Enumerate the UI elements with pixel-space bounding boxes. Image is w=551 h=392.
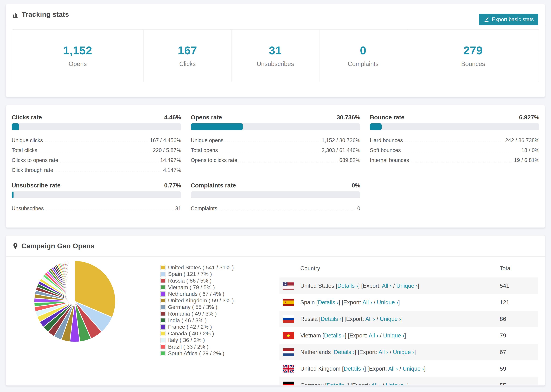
divider [6,25,545,25]
complaints-progress-bar [191,191,360,198]
export-all-link[interactable]: All › [369,332,378,339]
details-link[interactable]: Details › [327,382,347,386]
legend-color-swatch [161,278,165,283]
dotted-leader [45,142,148,142]
export-basic-stats-button[interactable]: Export basic stats [479,14,538,25]
stat-box-opens: 1,152Opens [12,30,144,82]
export-all-link[interactable]: All › [382,283,392,289]
dotted-leader [55,172,161,172]
stat-label: Bounces [461,60,485,68]
legend-label: Brazil ( 33 / 2% ) [168,343,209,350]
geo-table-row-us: United States [Details ›] [Export: All ›… [279,277,538,294]
rate-row: Clicks to opens rate14.497% [12,155,181,165]
export-all-link[interactable]: All › [379,349,388,355]
legend-color-swatch [161,265,165,270]
rate-row: Unique clicks167 / 4.456% [12,135,181,145]
export-unique-link[interactable]: Unique › [386,382,407,386]
legend-item: Germany ( 55 / 3% ) [161,304,234,311]
rate-title: Complaints rate [191,182,236,189]
total-cell: 121 [500,299,538,306]
rate-row-label: Click through rate [12,167,53,173]
map-pin-icon [12,242,19,250]
legend-label: United Kingdom ( 59 / 3% ) [168,297,234,304]
rate-value: 0% [352,182,360,189]
legend-label: Netherlands ( 67 / 4% ) [168,291,224,297]
rate-title: Unsubscribe rate [12,182,61,189]
country-cell: Russia [Details ›] [Export: All › / Uniq… [300,316,403,322]
tracking-stats-title: Tracking stats [22,11,69,18]
export-unique-link[interactable]: Unique › [383,332,404,339]
details-link[interactable]: Details › [344,365,364,372]
stats-summary-row: 1,152Opens167Clicks31Unsubscribes0Compla… [12,29,539,82]
geo-table-row-vn: Vietnam [Details ›] [Export: All › / Uni… [279,327,538,344]
total-cell: 59 [500,365,538,372]
rate-row-label: Total opens [191,147,218,154]
geo-table-row-de: Germany [Details ›] [Export: All › / Uni… [279,377,538,386]
legend-label: Canada ( 40 / 2% ) [168,330,214,337]
rate-value: 30.736% [337,114,360,121]
legend-label: Spain ( 121 / 7% ) [168,271,212,277]
rate-row: Total opens2,303 / 61.446% [191,145,360,155]
export-all-link[interactable]: All › [362,299,372,305]
export-all-link[interactable]: All › [388,365,398,372]
export-all-link[interactable]: All › [371,382,381,386]
ru-flag-icon [283,315,294,323]
legend-color-swatch [161,298,165,303]
unsubscribe-progress-bar [12,191,181,198]
dotted-leader [411,162,512,162]
details-link[interactable]: Details › [318,299,339,305]
rate-row-label: Opens to clicks rate [191,157,237,163]
opens-progress-bar [191,123,360,130]
export-unique-link[interactable]: Unique › [393,349,414,355]
rate-row-label: Clicks to opens rate [12,157,58,163]
rate-row-value: 2,303 / 61.446% [322,147,360,154]
geo-table-row-ru: Russia [Details ›] [Export: All › / Uniq… [279,311,538,327]
legend-label: Germany ( 55 / 3% ) [168,304,217,310]
details-link[interactable]: Details › [334,349,354,355]
legend-color-swatch [161,351,165,356]
export-unique-link[interactable]: Unique › [380,316,401,322]
country-name: United Kingdom [300,365,340,372]
rate-row-value: 689.82% [339,157,360,163]
export-unique-link[interactable]: Unique › [396,283,418,289]
dotted-leader [220,152,319,152]
rates-grid: Clicks rate4.46%Unique clicks167 / 4.456… [6,105,545,213]
stat-value: 0 [360,44,366,57]
bar-chart-icon [12,11,19,18]
stat-value: 279 [463,44,483,57]
rate-row-label: Unique clicks [12,137,43,143]
details-link[interactable]: Details › [321,316,341,322]
legend-color-swatch [161,305,165,309]
vn-flag-icon [283,332,294,339]
export-unique-link[interactable]: Unique › [403,365,424,372]
export-all-link[interactable]: All › [365,316,375,322]
geo-opens-pie-chart[interactable] [33,260,116,343]
country-name: United States [300,283,334,289]
rate-row-value: 4.147% [163,167,181,173]
country-column-header: Country [300,265,320,272]
total-cell: 79 [500,332,538,339]
export-icon [484,17,489,22]
legend-item: Brazil ( 33 / 2% ) [161,343,234,350]
rate-row: Total clicks220 / 5.87% [12,145,181,155]
rate-row-value: 1,152 / 30.736% [322,137,360,143]
details-link[interactable]: Details › [324,332,345,339]
country-cell: Spain [Details ›] [Export: All › / Uniqu… [300,299,400,306]
rate-row-label: Unsubscribes [12,205,44,211]
clicks-rate-block: Clicks rate4.46%Unique clicks167 / 4.456… [12,114,181,175]
legend-label: Vietnam ( 79 / 5% ) [168,284,215,291]
stat-label: Unsubscribes [257,60,294,68]
total-cell: 86 [500,315,538,322]
legend-color-swatch [161,325,165,329]
total-cell: 55 [500,382,538,386]
legend-label: Romania ( 49 / 3% ) [168,311,217,317]
details-link[interactable]: Details › [337,283,358,289]
rate-row-value: 0 [357,205,360,211]
dotted-leader [39,152,151,152]
country-name: Vietnam [300,332,321,339]
dotted-leader [226,142,320,142]
rate-row-value: 220 / 5.87% [153,147,181,154]
legend-item: Canada ( 40 / 2% ) [161,330,234,337]
export-unique-link[interactable]: Unique › [377,299,398,305]
country-cell: Germany [Details ›] [Export: All › / Uni… [300,382,409,386]
